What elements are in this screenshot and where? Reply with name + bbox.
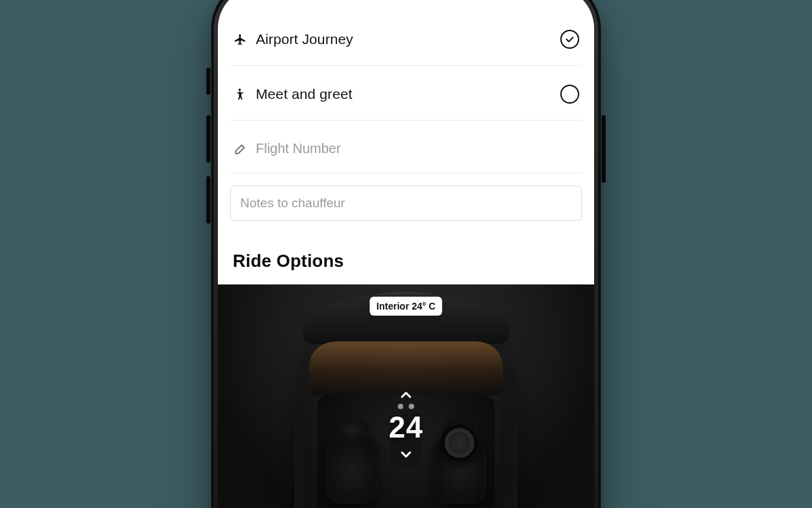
radio-meet-greet[interactable] xyxy=(560,85,579,104)
svg-point-0 xyxy=(239,89,241,91)
temperature-stepper: 24 xyxy=(379,386,433,463)
phone-volume-up xyxy=(206,115,210,163)
ride-visualization: Interior 24° C 24 xyxy=(218,284,594,508)
notes-input[interactable] xyxy=(230,186,582,221)
flight-number-input[interactable] xyxy=(256,141,579,156)
app-screen: Airport Journey Meet and greet xyxy=(218,0,594,508)
option-airport-label: Airport Journey xyxy=(256,31,552,47)
phone-power-button xyxy=(602,115,606,183)
phone-frame: Airport Journey Meet and greet xyxy=(211,0,601,508)
airplane-icon xyxy=(233,32,248,47)
option-meet-greet-label: Meet and greet xyxy=(256,86,552,102)
person-wave-icon xyxy=(233,87,248,102)
radio-airport[interactable] xyxy=(560,30,579,49)
phone-mockup: Airport Journey Meet and greet xyxy=(211,0,601,508)
interior-temp-badge: Interior 24° C xyxy=(369,297,442,316)
option-meet-greet[interactable]: Meet and greet xyxy=(230,66,582,121)
temp-increase-button[interactable] xyxy=(392,386,420,404)
steering-wheel-icon xyxy=(441,424,478,462)
content-area: Airport Journey Meet and greet xyxy=(218,0,594,284)
phone-mute-switch xyxy=(206,68,210,95)
temp-indicator-dots xyxy=(398,404,414,409)
flight-number-field[interactable] xyxy=(230,121,582,173)
option-airport-journey[interactable]: Airport Journey xyxy=(230,0,582,66)
phone-volume-down xyxy=(206,176,210,224)
temperature-value: 24 xyxy=(389,410,424,444)
ticket-icon xyxy=(233,142,248,156)
notes-wrap xyxy=(230,173,582,221)
temp-decrease-button[interactable] xyxy=(392,446,420,463)
ride-options-title: Ride Options xyxy=(230,221,582,284)
